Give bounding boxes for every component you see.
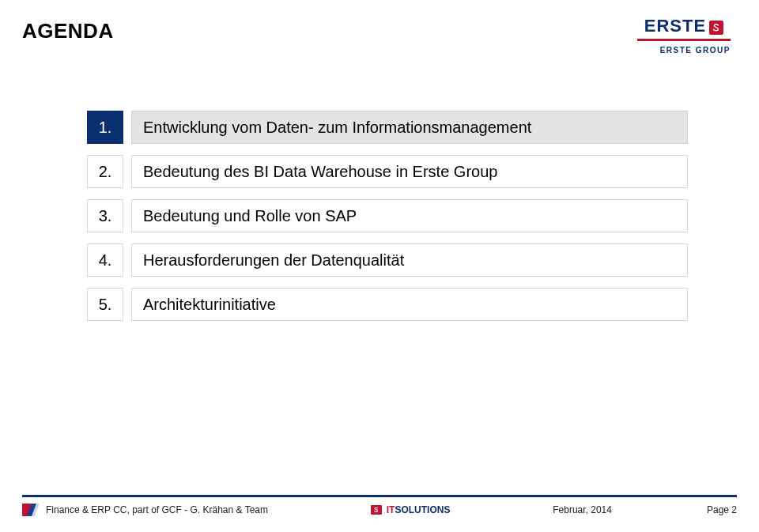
agenda-num: 1. <box>87 111 123 144</box>
slide: AGENDA ERSTE ERSTE GROUP 1. Entwicklung … <box>0 0 759 532</box>
agenda-text: Bedeutung des BI Data Warehouse in Erste… <box>131 155 688 188</box>
agenda-text: Herausforderungen der Datenqualität <box>131 243 688 277</box>
footer-date: Februar, 2014 <box>553 504 612 515</box>
logo-row: ERSTE <box>644 16 723 36</box>
logo-wordmark: ERSTE <box>644 16 706 36</box>
agenda-num: 4. <box>87 243 123 277</box>
logo-underline <box>637 39 731 41</box>
footer-left: Finance & ERP CC, part of GCF - G. Kräha… <box>46 504 268 515</box>
logo-s-icon <box>709 21 723 35</box>
company-mark-icon <box>22 504 40 516</box>
agenda-text: Entwicklung vom Daten- zum Informationsm… <box>131 111 688 144</box>
agenda-item-2: 2. Bedeutung des BI Data Warehouse in Er… <box>87 155 688 188</box>
agenda-text: Architekturinitiative <box>131 288 688 321</box>
page-title: AGENDA <box>22 19 114 43</box>
agenda-num: 3. <box>87 199 123 232</box>
erste-logo: ERSTE ERSTE GROUP <box>637 16 731 55</box>
agenda-item-3: 3. Bedeutung und Rolle von SAP <box>87 199 688 232</box>
footer-center-logo: ITSOLUTIONS <box>300 504 521 515</box>
footer-center-text: ITSOLUTIONS <box>387 504 451 515</box>
footer: Finance & ERP CC, part of GCF - G. Kräha… <box>22 495 737 516</box>
agenda-item-1: 1. Entwicklung vom Daten- zum Informatio… <box>87 111 688 144</box>
agenda-text: Bedeutung und Rolle von SAP <box>131 199 688 232</box>
footer-center-it: IT <box>387 504 395 515</box>
agenda-item-4: 4. Herausforderungen der Datenqualität <box>87 243 688 277</box>
agenda-num: 2. <box>87 155 123 188</box>
agenda-item-5: 5. Architekturinitiative <box>87 288 688 321</box>
footer-center-sol: SOLUTIONS <box>395 504 450 515</box>
agenda-list: 1. Entwicklung vom Daten- zum Informatio… <box>87 111 688 332</box>
s-icon-small <box>371 505 382 515</box>
agenda-num: 5. <box>87 288 123 321</box>
footer-page: Page 2 <box>707 504 737 515</box>
logo-subtext: ERSTE GROUP <box>660 46 731 55</box>
